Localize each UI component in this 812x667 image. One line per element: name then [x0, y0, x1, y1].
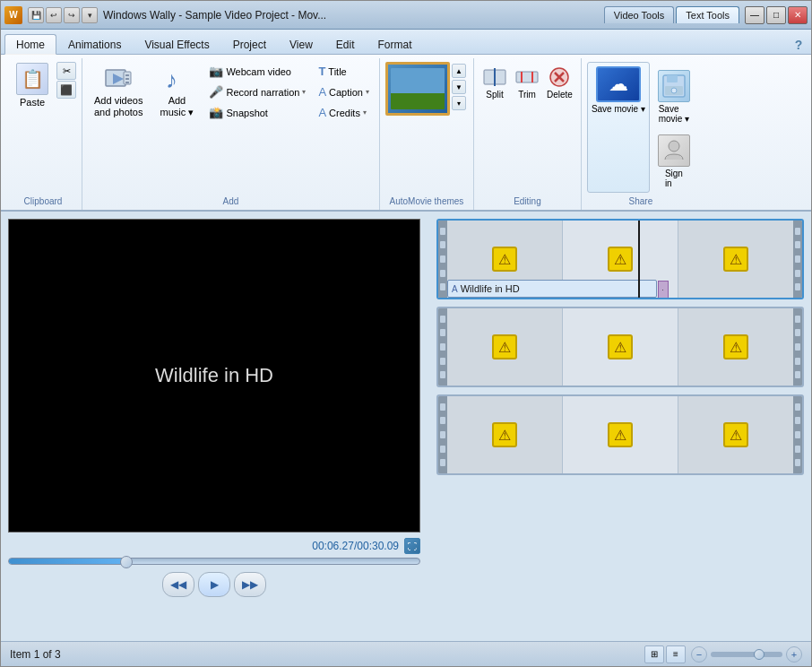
paste-button[interactable]: 📋 Paste [10, 58, 55, 112]
zoom-thumb[interactable] [754, 649, 764, 660]
tab-animations[interactable]: Animations [56, 34, 133, 54]
tab-view[interactable]: View [278, 34, 324, 54]
record-narration-button[interactable]: 🎤 Record narration ▾ [204, 82, 310, 101]
view-buttons: ⊞ ≡ [644, 645, 686, 663]
playhead [638, 221, 640, 298]
film-content-2: ⚠ ⚠ ⚠ [447, 308, 793, 385]
add-group-label: Add [88, 193, 374, 206]
title-label: Title [328, 66, 346, 77]
sprocket [795, 270, 800, 277]
add-videos-button[interactable]: Add videosand photos [88, 58, 149, 123]
play-button[interactable]: ▶ [198, 572, 230, 597]
status-right: ⊞ ≡ − + [644, 645, 802, 663]
zoom-out-button[interactable]: − [691, 646, 707, 663]
svg-rect-5 [125, 82, 129, 83]
ribbon-content: 📋 Paste ✂ ⬛ Clipboard [1, 55, 811, 212]
caption-button[interactable]: A Caption ▾ [314, 82, 374, 101]
timeline-view-button[interactable]: ≡ [666, 645, 686, 663]
film-strip-1[interactable]: ⚠ ⚠ ⚠ [436, 219, 804, 299]
record-label: Record narration [226, 87, 299, 98]
copy-button[interactable]: ⬛ [56, 81, 76, 99]
title-button[interactable]: T Title [314, 62, 374, 81]
tab-format[interactable]: Format [367, 34, 424, 54]
rewind-button[interactable]: ◀◀ [162, 572, 194, 597]
tab-home[interactable]: Home [4, 34, 56, 55]
save-movie-button[interactable]: ☁ Save movie ▾ [587, 62, 650, 193]
theme-preview[interactable] [385, 62, 450, 116]
tab-project[interactable]: Project [221, 34, 278, 54]
svg-point-16 [671, 88, 677, 93]
sign-in-button[interactable]: Signin [653, 130, 695, 193]
save-disk-button[interactable]: Savemovie ▾ [653, 65, 695, 128]
tab-edit[interactable]: Edit [324, 34, 367, 54]
zoom-in-button[interactable]: + [786, 646, 802, 663]
sprocket [440, 446, 445, 453]
film-segment: ⚠ [563, 396, 678, 473]
maximize-button[interactable]: □ [766, 6, 786, 24]
undo-btn[interactable]: ↩ [46, 7, 62, 23]
sprocket [795, 283, 800, 290]
sprocket [795, 358, 800, 365]
minimize-button[interactable]: — [745, 6, 764, 24]
sprocket [795, 241, 800, 248]
tab-visual-effects[interactable]: Visual Effects [133, 34, 220, 54]
tab-video-tools[interactable]: Video Tools [604, 6, 674, 23]
svg-rect-9 [516, 72, 538, 82]
film-segment: ⚠ [563, 308, 678, 385]
save-quick-btn[interactable]: 💾 [28, 7, 44, 23]
film-strip-2[interactable]: ⚠ ⚠ ⚠ [436, 307, 804, 387]
cut-button[interactable]: ✂ [56, 62, 76, 80]
sprocket [440, 417, 445, 424]
redo-btn[interactable]: ↪ [64, 7, 80, 23]
themes-expand-button[interactable]: ▾ [452, 96, 466, 110]
film-sprockets-right-2 [793, 308, 802, 385]
sprocket [795, 329, 800, 336]
themes-up-button[interactable]: ▲ [452, 64, 466, 78]
snapshot-button[interactable]: 📸 Snapshot [204, 103, 310, 122]
fast-forward-button[interactable]: ▶▶ [234, 572, 266, 597]
storyboard-view-button[interactable]: ⊞ [644, 645, 664, 663]
zoom-track[interactable] [711, 652, 782, 657]
film-segment: ⚠ [447, 396, 563, 473]
paste-label: Paste [20, 97, 45, 108]
film-strip-3[interactable]: ⚠ ⚠ ⚠ [436, 394, 804, 475]
automovie-group-label: AutoMovie themes [385, 193, 468, 206]
add-videos-label: Add videosand photos [94, 95, 143, 118]
help-button[interactable]: ? [790, 36, 808, 54]
warning-icon-2: ⚠ [608, 247, 633, 272]
close-button[interactable]: ✕ [788, 6, 808, 24]
customize-quick-btn[interactable]: ▾ [82, 7, 98, 23]
webcam-icon: 📷 [209, 65, 223, 78]
time-display: 00:06.27/00:30.09 ⛶ [8, 538, 420, 554]
sprocket [795, 256, 800, 263]
snapshot-icon: 📸 [209, 106, 223, 119]
film-segment: ⚠ [678, 396, 793, 473]
credits-label: Credits [329, 108, 360, 118]
svg-rect-3 [125, 74, 129, 76]
delete-button[interactable]: Delete [544, 62, 575, 102]
split-button[interactable]: Split [479, 62, 510, 102]
fullscreen-button[interactable]: ⛶ [404, 538, 420, 554]
credits-button[interactable]: A Credits ▾ [314, 103, 374, 122]
sign-in-icon [658, 134, 690, 167]
svg-rect-14 [667, 75, 678, 82]
webcam-video-button[interactable]: 📷 Webcam video [204, 62, 310, 81]
paste-icon: 📋 [16, 63, 48, 95]
text-caption-bar[interactable]: A Wildlife in HD · [447, 280, 657, 298]
trim-button[interactable]: Trim [512, 62, 542, 102]
video-screen[interactable]: Wildlife in HD [8, 219, 420, 533]
caption-label: Caption [329, 87, 363, 98]
add-music-button[interactable]: ♪ Addmusic ▾ [152, 58, 201, 123]
film-segment: ⚠ [447, 308, 563, 385]
seek-bar[interactable] [8, 558, 420, 565]
add-music-label: Addmusic ▾ [160, 95, 194, 118]
warning-icon: ⚠ [492, 334, 517, 359]
film-content-3: ⚠ ⚠ ⚠ [447, 396, 793, 473]
seek-thumb[interactable] [120, 556, 133, 568]
webcam-label: Webcam video [226, 66, 291, 77]
themes-down-button[interactable]: ▼ [452, 80, 466, 94]
title-icon: T [318, 65, 325, 78]
seek-fill [9, 559, 124, 564]
tab-text-tools[interactable]: Text Tools [676, 6, 739, 23]
sprocket [440, 403, 445, 411]
